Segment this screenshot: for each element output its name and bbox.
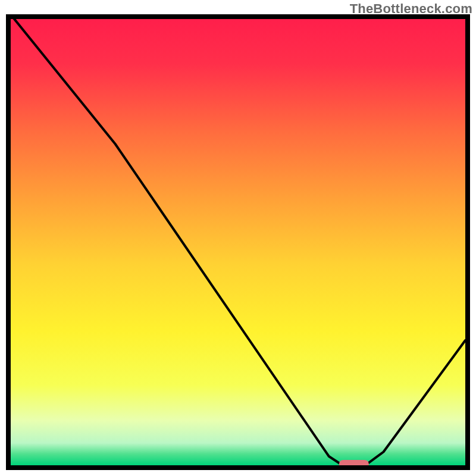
gradient-background [11,19,465,465]
chart-frame: TheBottleneck.com [0,0,476,476]
bottleneck-chart [0,0,476,476]
plot-area [8,15,468,469]
